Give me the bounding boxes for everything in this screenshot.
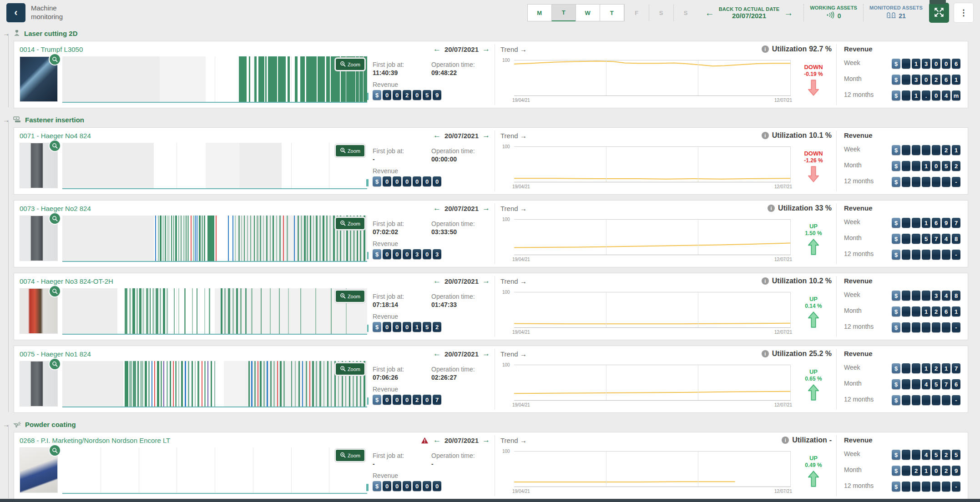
timeline-chart[interactable]: Zoom bbox=[62, 143, 367, 189]
next-day-arrow[interactable]: → bbox=[482, 436, 490, 445]
back-button[interactable]: ‹ bbox=[6, 3, 25, 22]
day-button-3-t[interactable]: T bbox=[600, 4, 624, 21]
magnifier-badge-icon[interactable] bbox=[49, 444, 61, 457]
expand-icon bbox=[934, 7, 945, 19]
timeline-bar bbox=[247, 216, 248, 261]
prev-day-arrow[interactable]: ← bbox=[433, 349, 441, 358]
odometer-digit: - bbox=[952, 250, 960, 260]
magnifier-badge-icon[interactable] bbox=[49, 140, 61, 152]
next-day-arrow[interactable]: → bbox=[482, 276, 490, 286]
timeline-chart[interactable]: Zoom bbox=[62, 288, 367, 335]
machine-photo[interactable] bbox=[20, 143, 58, 188]
back-to-actual-date[interactable]: BACK TO ACTUAL DATE 20/07/2021 bbox=[719, 6, 780, 20]
timeline-bar bbox=[160, 288, 161, 334]
machine-name-link[interactable]: 0073 - Haeger No2 824 bbox=[20, 205, 91, 212]
info-icon[interactable]: i bbox=[782, 437, 789, 444]
machine-photo[interactable] bbox=[20, 361, 58, 407]
revenue-panel-title: Revenue bbox=[844, 436, 960, 444]
info-icon[interactable]: i bbox=[762, 45, 769, 53]
timeline-chart[interactable]: Zoom bbox=[62, 361, 367, 407]
operation-time-value: - bbox=[431, 460, 490, 467]
odometer-digit: 0 bbox=[393, 176, 401, 186]
info-icon[interactable]: i bbox=[768, 205, 775, 212]
timeline-bar bbox=[313, 216, 314, 261]
odometer-digit bbox=[902, 90, 910, 100]
revenue-month-label: Month bbox=[844, 307, 862, 314]
current-date: 20/07/2021 bbox=[719, 12, 780, 20]
machine-photo[interactable] bbox=[20, 56, 58, 102]
odometer-digit: 8 bbox=[952, 234, 960, 244]
odometer-digit: 2 bbox=[403, 90, 411, 100]
trend-chart: 100 19/04/21 12/07/21 bbox=[514, 219, 791, 255]
info-icon[interactable]: i bbox=[762, 277, 769, 285]
prev-day-arrow[interactable]: ← bbox=[433, 131, 441, 140]
timeline-gridline bbox=[139, 447, 139, 493]
timeline-bar bbox=[175, 216, 177, 261]
next-date-arrow[interactable]: → bbox=[784, 8, 793, 17]
prev-day-arrow[interactable]: ← bbox=[433, 204, 441, 213]
prev-day-arrow[interactable]: ← bbox=[433, 436, 441, 445]
menu-button[interactable]: ⋮ bbox=[954, 3, 974, 23]
machine-name-link[interactable]: 0071 - Haeger No4 824 bbox=[20, 132, 91, 140]
warning-icon[interactable] bbox=[421, 437, 429, 444]
next-day-arrow[interactable]: → bbox=[482, 204, 490, 213]
next-day-arrow[interactable]: → bbox=[482, 45, 490, 54]
revenue-12months-odometer: $- bbox=[892, 177, 960, 187]
timeline-zoom-button[interactable]: Zoom bbox=[335, 144, 365, 157]
magnifier-badge-icon[interactable] bbox=[49, 285, 61, 297]
machine-photo[interactable] bbox=[20, 447, 58, 493]
timeline-zoom-button[interactable]: Zoom bbox=[335, 217, 365, 230]
timeline-bar bbox=[173, 216, 174, 261]
up-arrow-icon bbox=[808, 238, 819, 256]
trend-line bbox=[514, 147, 790, 182]
timeline-zoom-button[interactable]: Zoom bbox=[335, 449, 365, 462]
machine-name-link[interactable]: 0268 - P.I. Marketing/Nordson Nordson En… bbox=[20, 437, 170, 444]
machine-name-link[interactable]: 0014 - Trumpf L3050 bbox=[20, 45, 83, 53]
timeline-chart[interactable]: Zoom bbox=[62, 447, 367, 494]
timeline-bar bbox=[181, 216, 182, 261]
operation-time-value: 03:33:50 bbox=[431, 228, 490, 236]
working-assets: WORKING ASSETS 0 bbox=[810, 5, 857, 20]
timeline-bar bbox=[186, 216, 187, 261]
odometer-digit: 3 bbox=[912, 75, 920, 85]
odometer-digit: 5 bbox=[423, 90, 431, 100]
next-day-arrow[interactable]: → bbox=[482, 131, 490, 140]
day-button-2-w[interactable]: W bbox=[576, 4, 600, 21]
next-day-arrow[interactable]: → bbox=[482, 349, 490, 358]
fullscreen-button[interactable] bbox=[929, 3, 949, 23]
day-button-0-m[interactable]: M bbox=[527, 4, 552, 21]
machine-name-link[interactable]: 0075 - Haeger No1 824 bbox=[20, 350, 91, 358]
info-icon[interactable]: i bbox=[762, 132, 769, 139]
timeline-zoom-button[interactable]: Zoom bbox=[335, 362, 365, 376]
info-icon[interactable]: i bbox=[762, 350, 769, 357]
timeline-zoom-button[interactable]: Zoom bbox=[335, 58, 365, 71]
y-axis-max-label: 100 bbox=[502, 290, 510, 295]
odometer-digit: 0 bbox=[393, 90, 401, 100]
timeline-bar bbox=[277, 361, 278, 407]
timeline-handle[interactable] bbox=[366, 179, 369, 186]
odometer-digit: - bbox=[952, 482, 960, 492]
timeline-handle[interactable] bbox=[366, 484, 369, 491]
timeline-bar bbox=[132, 288, 135, 334]
trend-change-value: 0.49 % bbox=[805, 462, 822, 468]
odometer-digit bbox=[942, 177, 950, 187]
prev-date-arrow[interactable]: ← bbox=[705, 8, 714, 17]
timeline-chart[interactable]: Zoom bbox=[62, 56, 367, 103]
magnifier-badge-icon[interactable] bbox=[49, 212, 61, 225]
magnifier-badge-icon[interactable] bbox=[49, 358, 61, 370]
trend-direction: UP 0.65 % bbox=[795, 359, 832, 410]
prev-day-arrow[interactable]: ← bbox=[433, 276, 441, 286]
timeline-bar bbox=[306, 56, 317, 102]
timeline-chart[interactable]: Zoom bbox=[62, 216, 367, 262]
machine-photo[interactable] bbox=[20, 216, 58, 261]
machine-name-link[interactable]: 0074 - Haeger No3 824-OT-2H bbox=[20, 277, 113, 285]
day-button-1-t[interactable]: T bbox=[551, 4, 576, 21]
prev-day-arrow[interactable]: ← bbox=[433, 45, 441, 54]
timeline-bar bbox=[202, 361, 202, 407]
magnifier-badge-icon[interactable] bbox=[49, 53, 61, 65]
odometer-digit: 8 bbox=[952, 291, 960, 301]
machine-photo[interactable] bbox=[20, 288, 58, 334]
timeline-zoom-button[interactable]: Zoom bbox=[335, 290, 365, 303]
trend-change-value: 1.50 % bbox=[805, 230, 822, 236]
separator bbox=[863, 4, 864, 21]
